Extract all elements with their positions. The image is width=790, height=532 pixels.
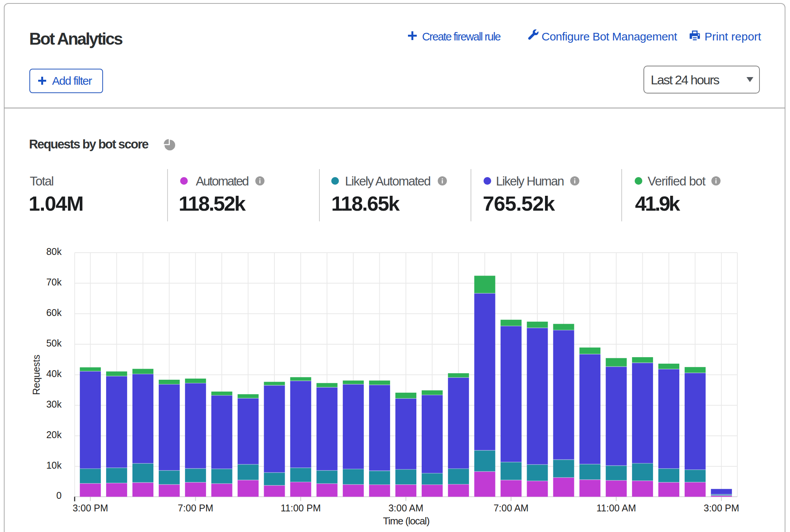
svg-text:7:00 PM: 7:00 PM [178,503,213,513]
svg-text:3:00 PM: 3:00 PM [73,503,108,513]
svg-text:11:00 PM: 11:00 PM [281,503,321,513]
svg-text:Time (local): Time (local) [383,515,429,527]
svg-text:3:00 AM: 3:00 AM [389,503,424,513]
svg-text:Requests: Requests [31,355,42,395]
svg-text:11:00 AM: 11:00 AM [597,503,636,513]
svg-text:20k: 20k [46,429,62,440]
svg-text:60k: 60k [46,307,62,318]
svg-text:70k: 70k [46,277,62,287]
svg-text:3:00 PM: 3:00 PM [704,503,739,513]
svg-text:7:00 AM: 7:00 AM [493,503,529,513]
svg-text:40k: 40k [46,368,62,379]
svg-text:30k: 30k [46,399,62,409]
svg-text:10k: 10k [46,460,62,471]
svg-text:50k: 50k [46,338,62,348]
svg-text:80k: 80k [46,246,62,257]
svg-text:0: 0 [56,490,62,501]
